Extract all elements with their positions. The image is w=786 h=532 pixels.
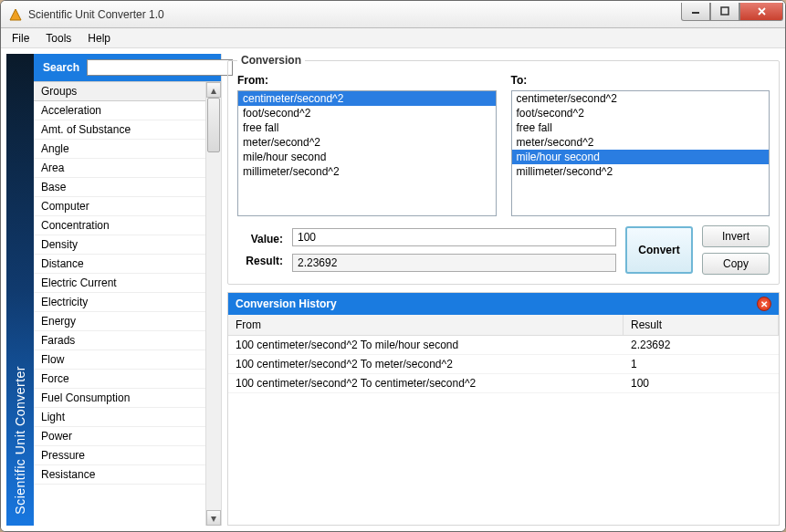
- titlebar[interactable]: Scientific Unit Converter 1.0: [1, 1, 785, 28]
- list-item[interactable]: mile/hour second: [512, 150, 770, 164]
- list-item[interactable]: Resistance: [34, 465, 205, 485]
- main-panel: Conversion From: centimeter/second^2foot…: [222, 54, 780, 526]
- scroll-track[interactable]: [206, 98, 221, 510]
- list-item[interactable]: millimeter/second^2: [512, 164, 770, 179]
- list-item[interactable]: Amt. of Substance: [34, 120, 205, 140]
- list-item[interactable]: Force: [34, 370, 205, 389]
- history-close-icon[interactable]: ✕: [757, 297, 771, 311]
- list-item[interactable]: foot/second^2: [238, 106, 496, 120]
- window-controls: [681, 3, 783, 21]
- list-item[interactable]: Pressure: [34, 446, 205, 465]
- list-item[interactable]: Acceleration: [34, 101, 205, 120]
- menu-tools[interactable]: Tools: [38, 30, 79, 47]
- list-item[interactable]: Base: [34, 178, 205, 197]
- history-table: From Result 100 centimeter/second^2 To m…: [228, 315, 779, 525]
- search-bar: Search: [34, 54, 221, 81]
- list-item[interactable]: free fall: [238, 120, 496, 135]
- groups-list[interactable]: AccelerationAmt. of SubstanceAngleAreaBa…: [34, 101, 205, 485]
- vertical-title: Scientific Unit Converter: [13, 366, 27, 515]
- svg-rect-2: [721, 7, 728, 15]
- history-cell-result: 100: [624, 374, 779, 392]
- list-item[interactable]: Fuel Consumption: [34, 389, 205, 408]
- history-col-from[interactable]: From: [228, 315, 624, 335]
- list-item[interactable]: centimeter/second^2: [512, 91, 770, 106]
- result-label: Result:: [237, 255, 283, 267]
- sidebar: Search Groups AccelerationAmt. of Substa…: [34, 54, 222, 526]
- list-item[interactable]: millimeter/second^2: [238, 164, 496, 179]
- result-output: [292, 254, 616, 272]
- history-cell-result: 2.23692: [624, 336, 779, 354]
- from-listbox[interactable]: centimeter/second^2foot/second^2free fal…: [237, 90, 497, 216]
- app-icon: [8, 7, 23, 22]
- list-item[interactable]: meter/second^2: [512, 135, 770, 150]
- window-title: Scientific Unit Converter 1.0: [28, 8, 681, 21]
- search-input[interactable]: [87, 59, 233, 76]
- list-item[interactable]: Density: [34, 235, 205, 255]
- svg-marker-0: [10, 9, 21, 20]
- table-row[interactable]: 100 centimeter/second^2 To centimeter/se…: [228, 374, 779, 393]
- history-header: Conversion History ✕: [228, 293, 779, 315]
- conversion-legend: Conversion: [237, 54, 305, 67]
- to-label: To:: [511, 74, 770, 87]
- list-item[interactable]: free fall: [512, 120, 770, 135]
- invert-button[interactable]: Invert: [702, 225, 770, 247]
- maximize-button[interactable]: [710, 3, 739, 21]
- list-item[interactable]: Angle: [34, 140, 205, 159]
- menu-file[interactable]: File: [5, 30, 37, 47]
- history-cell-from: 100 centimeter/second^2 To centimeter/se…: [228, 374, 624, 392]
- history-cell-result: 1: [624, 355, 779, 373]
- list-item[interactable]: Computer: [34, 197, 205, 216]
- from-label: From:: [237, 74, 497, 87]
- list-item[interactable]: Power: [34, 427, 205, 446]
- history-columns: From Result: [228, 315, 779, 336]
- vertical-title-strip: Scientific Unit Converter: [6, 54, 34, 526]
- menubar: File Tools Help: [1, 28, 785, 48]
- history-col-result[interactable]: Result: [624, 315, 779, 335]
- list-item[interactable]: Concentration: [34, 216, 205, 235]
- list-item[interactable]: Electricity: [34, 293, 205, 312]
- scroll-thumb[interactable]: [207, 98, 220, 152]
- client-area: Scientific Unit Converter Search Groups …: [1, 48, 785, 531]
- copy-button[interactable]: Copy: [702, 253, 770, 275]
- convert-button[interactable]: Convert: [625, 226, 693, 274]
- search-label: Search: [43, 61, 79, 74]
- history-panel: Conversion History ✕ From Result 100 cen…: [227, 292, 780, 526]
- history-cell-from: 100 centimeter/second^2 To mile/hour sec…: [228, 336, 624, 354]
- groups-scrollbar[interactable]: ▴ ▾: [205, 82, 221, 526]
- list-item[interactable]: centimeter/second^2: [238, 91, 496, 106]
- menu-help[interactable]: Help: [80, 30, 118, 47]
- list-item[interactable]: Light: [34, 408, 205, 427]
- scroll-down-button[interactable]: ▾: [206, 510, 221, 526]
- scroll-up-button[interactable]: ▴: [206, 82, 221, 98]
- list-item[interactable]: Area: [34, 159, 205, 178]
- value-input[interactable]: [292, 228, 616, 246]
- app-window: Scientific Unit Converter 1.0 File Tools…: [0, 0, 786, 532]
- list-item[interactable]: Electric Current: [34, 274, 205, 293]
- conversion-group: Conversion From: centimeter/second^2foot…: [227, 54, 780, 285]
- list-item[interactable]: Energy: [34, 312, 205, 331]
- history-cell-from: 100 centimeter/second^2 To meter/second^…: [228, 355, 624, 373]
- table-row[interactable]: 100 centimeter/second^2 To mile/hour sec…: [228, 336, 779, 355]
- list-item[interactable]: foot/second^2: [512, 106, 770, 120]
- list-item[interactable]: Farads: [34, 331, 205, 350]
- list-item[interactable]: mile/hour second: [238, 150, 496, 164]
- close-button[interactable]: [739, 3, 783, 21]
- table-row[interactable]: 100 centimeter/second^2 To meter/second^…: [228, 355, 779, 374]
- list-item[interactable]: Flow: [34, 350, 205, 370]
- value-label: Value:: [237, 233, 283, 245]
- history-title: Conversion History: [236, 297, 757, 310]
- list-item[interactable]: Distance: [34, 255, 205, 274]
- groups-panel: Groups AccelerationAmt. of SubstanceAngl…: [34, 81, 221, 526]
- to-listbox[interactable]: centimeter/second^2foot/second^2free fal…: [511, 90, 770, 216]
- list-item[interactable]: meter/second^2: [238, 135, 496, 150]
- groups-header[interactable]: Groups: [34, 82, 205, 101]
- minimize-button[interactable]: [681, 3, 710, 21]
